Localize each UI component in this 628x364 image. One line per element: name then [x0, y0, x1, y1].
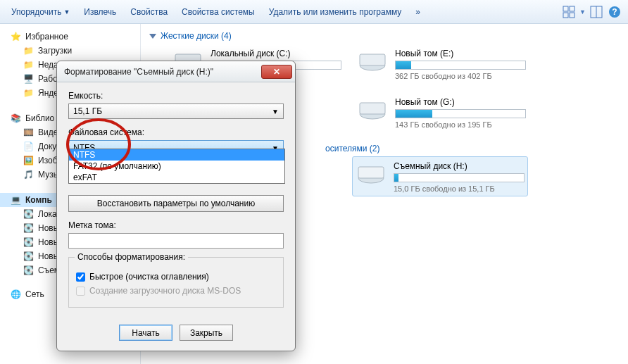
- svg-rect-11: [360, 54, 385, 65]
- label: Библио: [25, 113, 54, 123]
- svg-text:?: ?: [612, 7, 617, 17]
- drive-icon: 💽: [23, 265, 34, 276]
- checkbox-input: [76, 287, 85, 296]
- document-icon: 📄: [23, 141, 34, 152]
- folder-icon: 📁: [23, 87, 34, 99]
- start-button[interactable]: Начать: [119, 325, 172, 341]
- toolbar-more[interactable]: »: [410, 4, 426, 20]
- filesystem-dropdown: NTFS FAT32 (по умолчанию) exFAT: [68, 149, 285, 184]
- toolbar-properties-label: Свойства: [130, 7, 168, 17]
- toolbar-uninstall[interactable]: Удалить или изменить программу: [263, 4, 408, 20]
- drive-h[interactable]: Съемный диск (H:) 15,0 ГБ свободно из 15…: [352, 156, 528, 196]
- drive-free: 15,0 ГБ свободно из 15,1 ГБ: [394, 184, 525, 193]
- svg-rect-0: [563, 6, 568, 11]
- filesystem-label: Файловая система:: [68, 127, 284, 137]
- drive-label: Новый том (E:): [395, 49, 526, 61]
- music-icon: 🎵: [23, 169, 34, 180]
- capacity-select[interactable]: 15,1 ГБ ▼: [68, 103, 284, 119]
- help-icon[interactable]: ?: [607, 4, 622, 20]
- quick-format-label: Быстрое (очистка оглавления): [89, 272, 209, 282]
- capacity-value: 15,1 ГБ: [73, 106, 102, 116]
- dialog-title: Форматирование "Съемный диск (H:)": [64, 67, 261, 77]
- drive-icon: 💽: [23, 208, 34, 220]
- close-icon: ✕: [273, 67, 280, 77]
- drive-label: Съемный диск (H:): [394, 161, 525, 173]
- quick-format-checkbox[interactable]: Быстрое (очистка оглавления): [76, 272, 276, 282]
- toolbar-properties[interactable]: Свойства: [125, 4, 173, 20]
- format-options-group: Способы форматирования: Быстрое (очистка…: [68, 257, 284, 308]
- close-dialog-button[interactable]: Закрыть: [180, 325, 233, 341]
- svg-rect-3: [570, 13, 574, 18]
- sidebar-favorites[interactable]: ⭐Избранное: [0, 30, 140, 44]
- svg-rect-13: [360, 103, 385, 114]
- drive-bar: [395, 61, 526, 70]
- toolbar-organize[interactable]: Упорядочить▼: [6, 4, 75, 20]
- dropdown-item-exfat[interactable]: exFAT: [69, 172, 284, 183]
- collapse-arrow-icon: [149, 34, 156, 39]
- toolbar-system-properties[interactable]: Свойства системы: [176, 4, 260, 20]
- removable-drive-icon: [356, 160, 387, 185]
- label: Избранное: [25, 32, 68, 42]
- toolbar-organize-label: Упорядочить: [11, 7, 61, 17]
- drive-bar: [395, 109, 526, 118]
- view-mode-icon[interactable]: [561, 4, 577, 20]
- capacity-label: Емкость:: [68, 91, 284, 101]
- dialog-titlebar[interactable]: Форматирование "Съемный диск (H:)" ✕: [57, 61, 295, 82]
- library-icon: 📚: [10, 113, 21, 124]
- chevron-down-icon[interactable]: ▼: [579, 8, 586, 15]
- toolbar-uninstall-label: Удалить или изменить программу: [269, 7, 402, 17]
- drive-label: Новый том (G:): [395, 97, 526, 109]
- group-title: Способы форматирования:: [75, 252, 188, 262]
- drive-free: 362 ГБ свободно из 402 ГБ: [395, 72, 526, 80]
- drive-icon: 💽: [23, 222, 34, 234]
- dropdown-item-fat32[interactable]: FAT32 (по умолчанию): [69, 161, 284, 172]
- drive-label: Локальный диск (C:): [211, 49, 341, 61]
- hdd-icon: [357, 47, 388, 73]
- checkbox-input[interactable]: [76, 272, 85, 282]
- drive-g[interactable]: Новый том (G:) 143 ГБ свободно из 195 ГБ: [353, 92, 529, 132]
- hdd-icon: [357, 96, 388, 121]
- chevron-down-icon: ▼: [63, 8, 70, 15]
- network-icon: 🌐: [10, 289, 21, 300]
- drive-bar: [394, 173, 525, 182]
- drive-icon: 💽: [23, 237, 34, 248]
- preview-pane-icon[interactable]: [589, 4, 604, 20]
- drive-e[interactable]: Новый том (E:) 362 ГБ свободно из 402 ГБ: [353, 44, 529, 84]
- svg-rect-2: [563, 13, 568, 18]
- hard-disks-header-label: Жесткие диски (4): [161, 31, 232, 41]
- toolbar-extract[interactable]: Извлечь: [78, 4, 122, 20]
- desktop-icon: 🖥️: [23, 73, 34, 84]
- toolbar-extract-label: Извлечь: [84, 7, 116, 17]
- volume-input[interactable]: [68, 233, 284, 249]
- close-button[interactable]: ✕: [261, 65, 292, 79]
- chevron-down-icon: ▼: [272, 108, 279, 115]
- label: Загрузки: [38, 46, 72, 56]
- video-icon: 🎞️: [23, 127, 34, 138]
- folder-icon: 📁: [23, 59, 34, 70]
- removable-header-label: осителями (2): [325, 144, 379, 153]
- drive-icon: 💽: [23, 251, 34, 262]
- label: Компь: [25, 195, 52, 205]
- restore-defaults-button[interactable]: Восстановить параметры по умолчанию: [68, 195, 284, 212]
- sidebar-downloads[interactable]: 📁Загрузки: [0, 44, 140, 58]
- dropdown-item-ntfs[interactable]: NTFS: [69, 149, 284, 161]
- format-dialog: Форматирование "Съемный диск (H:)" ✕ Емк…: [56, 61, 296, 351]
- toolbar-system-properties-label: Свойства системы: [182, 7, 255, 17]
- picture-icon: 🖼️: [23, 155, 34, 166]
- toolbar-more-label: »: [415, 7, 420, 17]
- msdos-label: Создание загрузочного диска MS-DOS: [89, 286, 241, 296]
- msdos-checkbox: Создание загрузочного диска MS-DOS: [76, 286, 276, 296]
- folder-icon: 📁: [23, 45, 34, 56]
- section-hard-disks[interactable]: Жесткие диски (4): [149, 28, 620, 44]
- svg-rect-1: [570, 6, 574, 11]
- section-removable[interactable]: осителями (2): [325, 141, 536, 156]
- star-icon: ⭐: [10, 31, 21, 42]
- computer-icon: 💻: [10, 194, 21, 206]
- drive-free: 143 ГБ свободно из 195 ГБ: [395, 120, 526, 129]
- toolbar: Упорядочить▼ Извлечь Свойства Свойства с…: [0, 0, 628, 24]
- volume-label: Метка тома:: [68, 220, 284, 230]
- svg-rect-15: [358, 167, 384, 178]
- label: Сеть: [25, 289, 44, 299]
